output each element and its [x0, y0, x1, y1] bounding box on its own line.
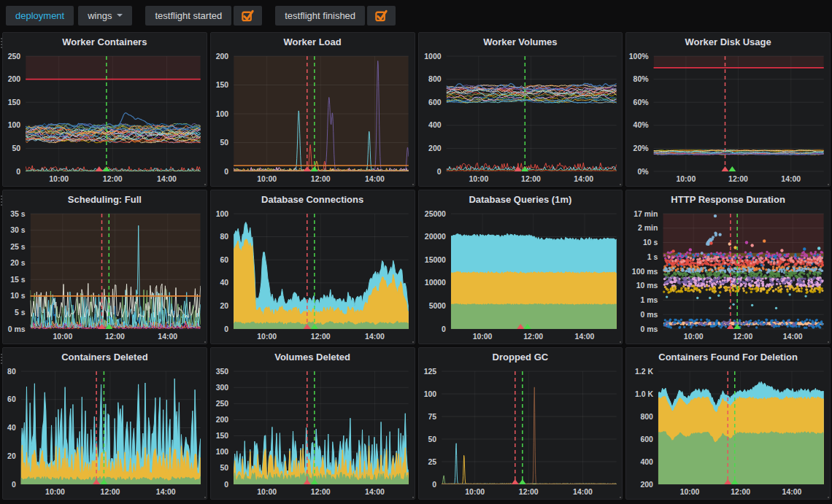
- svg-text:800: 800: [641, 413, 654, 421]
- panel-resize-handle[interactable]: [617, 182, 619, 183]
- panel-containers-found-for-deletion: Containers Found For Deletion 2004006008…: [625, 347, 831, 500]
- svg-text:250: 250: [215, 400, 228, 408]
- chevron-down-icon: [117, 14, 123, 17]
- svg-text:14:00: 14:00: [782, 488, 802, 496]
- svg-text:25: 25: [428, 458, 436, 466]
- svg-text:14:00: 14:00: [365, 488, 385, 496]
- row-drag-handle[interactable]: [1, 195, 2, 197]
- template-var-wings[interactable]: wings: [78, 6, 132, 26]
- panel-title[interactable]: Worker Load: [211, 33, 415, 50]
- database-connections-graph[interactable]: 02040608010010:0012:0014:00: [211, 208, 415, 343]
- panel-resize-handle[interactable]: [202, 495, 204, 496]
- panel-resize-handle[interactable]: [410, 182, 412, 183]
- worker-volumes-graph[interactable]: 0200400600800100010:0012:0014:00: [419, 50, 623, 185]
- panel-worker-load: Worker Load 05010015020010:0012:0014:00: [210, 32, 415, 187]
- annotation-toggle-testflight-started: testflight started: [145, 6, 262, 26]
- panel-title[interactable]: Volumes Deleted: [211, 348, 415, 365]
- svg-text:100: 100: [8, 121, 21, 129]
- panel-title[interactable]: Worker Volumes: [419, 33, 623, 50]
- svg-text:150: 150: [8, 98, 21, 106]
- panel-resize-handle[interactable]: [617, 495, 619, 496]
- svg-text:10:00: 10:00: [680, 488, 700, 496]
- svg-text:10:00: 10:00: [45, 488, 65, 496]
- svg-text:200: 200: [215, 53, 228, 61]
- annotation-testflight-finished-label[interactable]: testflight finished: [275, 6, 365, 26]
- panel-title[interactable]: Database Queries (1m): [419, 190, 623, 208]
- panel-resize-handle[interactable]: [410, 495, 412, 496]
- svg-text:200: 200: [428, 144, 442, 152]
- svg-text:14:00: 14:00: [574, 333, 594, 341]
- svg-text:12:00: 12:00: [103, 175, 123, 183]
- svg-text:10:00: 10:00: [53, 333, 72, 341]
- panel-title[interactable]: Containers Deleted: [3, 348, 207, 365]
- panel-title[interactable]: Worker Containers: [3, 33, 207, 50]
- http-response-duration-graph[interactable]: 0 ms0 ms1 ms10 ms100 ms1 s10 s2 min17 mi…: [626, 208, 830, 343]
- svg-text:10000: 10000: [424, 279, 445, 287]
- svg-text:100: 100: [215, 448, 228, 456]
- svg-text:0 ms: 0 ms: [641, 311, 658, 319]
- panel-resize-handle[interactable]: [410, 339, 412, 341]
- svg-text:12:00: 12:00: [523, 333, 543, 341]
- panel-resize-handle[interactable]: [825, 339, 827, 341]
- scheduling-full-graph[interactable]: 0 ms5 s10 s15 s20 s25 s30 s35 s10:0012:0…: [3, 208, 207, 343]
- row-drag-handle[interactable]: [1, 38, 2, 39]
- annotation-testflight-started-checkbox[interactable]: [234, 6, 262, 26]
- svg-text:10:00: 10:00: [469, 175, 488, 183]
- panel-resize-handle[interactable]: [202, 182, 204, 183]
- svg-text:12:00: 12:00: [733, 333, 753, 341]
- panel-title[interactable]: Containers Found For Deletion: [626, 348, 830, 365]
- annotation-testflight-started-label[interactable]: testflight started: [145, 6, 231, 26]
- dashboard-toolbar: deployment wings testflight started test…: [0, 0, 832, 31]
- svg-text:125: 125: [423, 368, 436, 376]
- svg-text:20 s: 20 s: [10, 259, 26, 267]
- svg-text:10:00: 10:00: [257, 175, 277, 183]
- svg-text:10:00: 10:00: [677, 175, 696, 183]
- svg-text:0: 0: [224, 168, 228, 176]
- svg-text:150: 150: [215, 432, 228, 440]
- template-var-wings-label: wings: [88, 10, 112, 21]
- svg-text:10 s: 10 s: [10, 292, 26, 301]
- svg-text:15 s: 15 s: [10, 276, 26, 284]
- worker-disk-usage-graph[interactable]: 0%20%40%60%80%100%10:0012:0014:00: [626, 50, 830, 185]
- svg-text:40: 40: [7, 424, 16, 432]
- panel-title[interactable]: Worker Disk Usage: [626, 33, 830, 50]
- svg-text:0%: 0%: [638, 168, 650, 176]
- svg-text:100: 100: [215, 110, 228, 118]
- containers-found-for-deletion-graph[interactable]: 2004006008001.0 K1.2 K10:0012:0014:00: [626, 365, 830, 498]
- annotation-testflight-finished-checkbox[interactable]: [367, 6, 396, 26]
- template-var-deployment[interactable]: deployment: [6, 6, 74, 26]
- svg-text:10:00: 10:00: [465, 488, 485, 496]
- svg-text:60: 60: [220, 256, 228, 264]
- svg-text:12:00: 12:00: [728, 175, 748, 183]
- svg-text:14:00: 14:00: [157, 175, 177, 183]
- svg-text:30 s: 30 s: [10, 226, 26, 234]
- svg-text:1.0 K: 1.0 K: [635, 390, 653, 398]
- panel-worker-disk-usage: Worker Disk Usage 0%20%40%60%80%100%10:0…: [625, 32, 831, 187]
- panel-title[interactable]: Database Connections: [211, 190, 415, 208]
- svg-text:150: 150: [215, 81, 228, 89]
- panel-resize-handle[interactable]: [202, 339, 204, 341]
- svg-text:60: 60: [7, 395, 16, 403]
- worker-load-graph[interactable]: 05010015020010:0012:0014:00: [211, 50, 415, 185]
- containers-deleted-graph[interactable]: 02040608010:0012:0014:00: [3, 365, 207, 498]
- svg-text:10:00: 10:00: [257, 488, 277, 496]
- panel-resize-handle[interactable]: [617, 339, 619, 341]
- svg-text:100%: 100%: [629, 53, 649, 61]
- worker-containers-graph[interactable]: 05010015020025010:0012:0014:00: [3, 50, 207, 185]
- checkbox-checked-icon: [241, 9, 255, 23]
- panel-resize-handle[interactable]: [825, 182, 827, 183]
- volumes-deleted-graph[interactable]: 05010015020025030035010:0012:0014:00: [211, 365, 415, 498]
- svg-text:10:00: 10:00: [472, 333, 492, 341]
- svg-text:40: 40: [220, 279, 228, 287]
- panel-resize-handle[interactable]: [825, 495, 827, 496]
- panel-title[interactable]: HTTP Response Duration: [626, 190, 830, 208]
- svg-text:50: 50: [428, 435, 436, 443]
- row-drag-handle[interactable]: [1, 354, 2, 355]
- database-queries-graph[interactable]: 050001000015000200002500010:0012:0014:00: [419, 208, 623, 343]
- svg-text:20: 20: [7, 452, 16, 460]
- svg-text:14:00: 14:00: [158, 333, 177, 341]
- panel-title[interactable]: Scheduling: Full: [3, 190, 207, 208]
- dropped-gc-graph[interactable]: 025507510012510:0012:0014:00: [419, 365, 623, 498]
- svg-text:12:00: 12:00: [731, 488, 751, 496]
- panel-title[interactable]: Dropped GC: [419, 348, 623, 365]
